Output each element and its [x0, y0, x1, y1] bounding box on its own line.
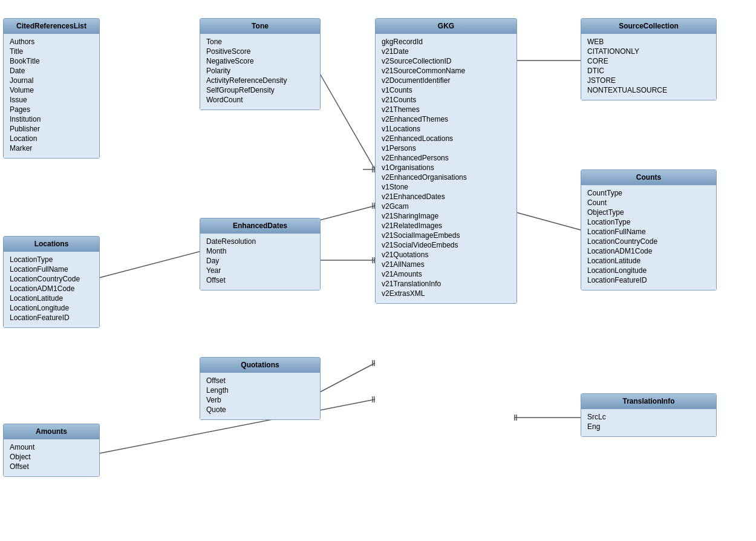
field-journal: Journal — [10, 76, 93, 85]
entity-fields-counts: CountType Count ObjectType LocationType … — [581, 185, 716, 290]
field-v1counts: v1Counts — [382, 85, 510, 95]
field-day: Day — [206, 256, 314, 266]
field-length: Length — [206, 385, 314, 395]
entity-header-gkg: GKG — [376, 19, 516, 34]
entity-fields-tone: Tone PositiveScore NegativeScore Polarit… — [200, 34, 320, 110]
field-v21counts: v21Counts — [382, 95, 510, 105]
entity-header-source-collection: SourceCollection — [581, 19, 716, 34]
field-v2gcam: v2Gcam — [382, 202, 510, 211]
field-publisher: Publisher — [10, 124, 93, 134]
field-v21sharingimage: v21SharingImage — [382, 211, 510, 221]
field-dateresolution: DateResolution — [206, 237, 314, 246]
entity-header-enhanced-dates: EnhancedDates — [200, 218, 320, 234]
svg-line-7 — [318, 363, 375, 393]
field-v21themes: v21Themes — [382, 105, 510, 114]
field-v21relatedimages: v21RelatedImages — [382, 221, 510, 231]
field-locationfullname-c: LocationFullName — [587, 227, 710, 237]
field-v21date: v21Date — [382, 47, 510, 56]
field-v1stone: v1Stone — [382, 182, 510, 192]
field-marker: Marker — [10, 143, 93, 153]
field-v21amounts: v21Amounts — [382, 269, 510, 279]
field-count: Count — [587, 198, 710, 208]
field-eng: Eng — [587, 422, 710, 431]
field-quote: Quote — [206, 405, 314, 415]
entity-header-tone: Tone — [200, 19, 320, 34]
field-offset: Offset — [206, 275, 314, 285]
svg-line-13 — [514, 212, 581, 230]
entity-fields-source-collection: WEB CITATIONONLY CORE DTIC JSTORE NONTEX… — [581, 34, 716, 100]
entity-fields-gkg: gkgRecordId v21Date v2SourceCollectionID… — [376, 34, 516, 303]
field-locationcountrycode-c: LocationCountryCode — [587, 237, 710, 246]
field-locationtype-c: LocationType — [587, 217, 710, 227]
entity-fields-translation-info: SrcLc Eng — [581, 409, 716, 436]
field-counttype: CountType — [587, 188, 710, 198]
field-title: Title — [10, 47, 93, 56]
field-citationonly: CITATIONONLY — [587, 47, 710, 56]
field-objecttype: ObjectType — [587, 208, 710, 217]
field-verb: Verb — [206, 395, 314, 405]
svg-line-0 — [318, 70, 375, 169]
entity-header-quotations: Quotations — [200, 358, 320, 373]
field-v21quotations: v21Quotations — [382, 250, 510, 260]
field-volume: Volume — [10, 85, 93, 95]
field-year: Year — [206, 266, 314, 275]
field-authors: Authors — [10, 37, 93, 47]
field-v2extrasxml: v2ExtrasXML — [382, 289, 510, 298]
field-v1persons: v1Persons — [382, 143, 510, 153]
field-v2enhancedpersons: v2EnhancedPersons — [382, 153, 510, 163]
field-wordcount: WordCount — [206, 95, 314, 105]
entity-source-collection: SourceCollection WEB CITATIONONLY CORE D… — [581, 18, 717, 100]
field-pages: Pages — [10, 105, 93, 114]
entity-amounts: Amounts Amount Object Offset — [3, 424, 100, 477]
field-locationcountrycode: LocationCountryCode — [10, 274, 93, 284]
field-v21enhanceddates: v21EnhancedDates — [382, 192, 510, 202]
field-locationtype: LocationType — [10, 255, 93, 264]
field-tone: Tone — [206, 37, 314, 47]
field-polarity: Polarity — [206, 66, 314, 76]
field-negativescore: NegativeScore — [206, 56, 314, 66]
entity-header-cited-references-list: CitedReferencesList — [4, 19, 99, 34]
field-core: CORE — [587, 56, 710, 66]
field-v2enhancedorganisations: v2EnhancedOrganisations — [382, 172, 510, 182]
field-object: Object — [10, 452, 93, 462]
field-institution: Institution — [10, 114, 93, 124]
field-v21socialimageembeds: v21SocialImageEmbeds — [382, 231, 510, 240]
field-v21socialvideoembeds: v21SocialVideoEmbeds — [382, 240, 510, 250]
entity-counts: Counts CountType Count ObjectType Locati… — [581, 169, 717, 290]
field-locationfeatureid: LocationFeatureID — [10, 313, 93, 323]
field-v1organisations: v1Organisations — [382, 163, 510, 172]
entity-header-locations: Locations — [4, 237, 99, 252]
entity-translation-info: TranslationInfo SrcLc Eng — [581, 393, 717, 437]
field-dtic: DTIC — [587, 66, 710, 76]
entity-fields-locations: LocationType LocationFullName LocationCo… — [4, 252, 99, 327]
field-booktitle: BookTitle — [10, 56, 93, 66]
field-issue: Issue — [10, 95, 93, 105]
field-locationfullname: LocationFullName — [10, 264, 93, 274]
field-jstore: JSTORE — [587, 76, 710, 85]
field-v1locations: v1Locations — [382, 124, 510, 134]
entity-fields-amounts: Amount Object Offset — [4, 439, 99, 476]
field-web: WEB — [587, 37, 710, 47]
field-v2documentidentifier: v2DocumentIdentifier — [382, 76, 510, 85]
field-activityreferencedensity: ActivityReferenceDensity — [206, 76, 314, 85]
entity-header-amounts: Amounts — [4, 424, 99, 439]
entity-fields-enhanced-dates: DateResolution Month Day Year Offset — [200, 234, 320, 290]
field-locationadm1code-c: LocationADM1Code — [587, 246, 710, 256]
field-location: Location — [10, 134, 93, 143]
field-locationlatitude-c: LocationLatitude — [587, 256, 710, 266]
entity-gkg: GKG gkgRecordId v21Date v2SourceCollecti… — [375, 18, 517, 304]
field-v21translationinfo: v21TranslationInfo — [382, 279, 510, 289]
entity-tone: Tone Tone PositiveScore NegativeScore Po… — [200, 18, 321, 110]
field-selfgrouprefdensity: SelfGroupRefDensity — [206, 85, 314, 95]
entity-enhanced-dates: EnhancedDates DateResolution Month Day Y… — [200, 218, 321, 290]
entity-header-counts: Counts — [581, 170, 716, 185]
field-locationlongitude-c: LocationLongitude — [587, 266, 710, 275]
field-nontextualsource: NONTEXTUALSOURCE — [587, 85, 710, 95]
entity-quotations: Quotations Offset Length Verb Quote — [200, 357, 321, 420]
field-locationlatitude: LocationLatitude — [10, 293, 93, 303]
field-offset: Offset — [10, 462, 93, 471]
field-date: Date — [10, 66, 93, 76]
field-positivescore: PositiveScore — [206, 47, 314, 56]
field-amount: Amount — [10, 442, 93, 452]
field-v2sourcecollectionid: v2SourceCollectionID — [382, 56, 510, 66]
